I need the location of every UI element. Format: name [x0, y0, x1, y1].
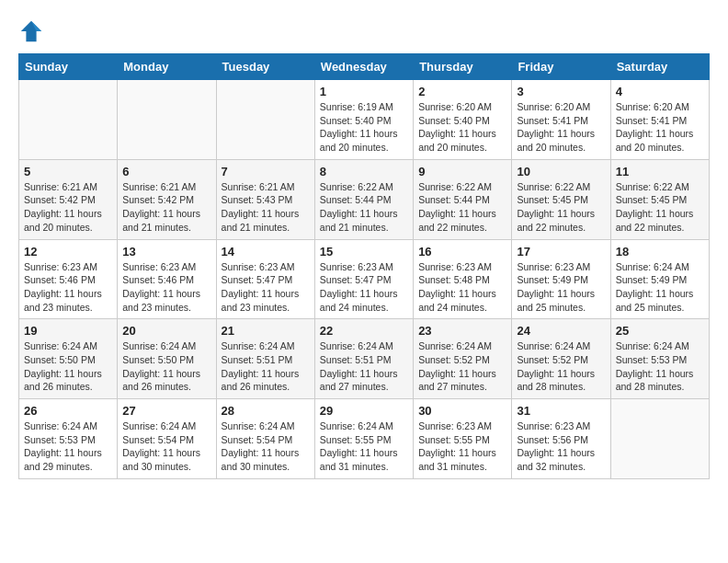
day-info: Sunrise: 6:23 AM Sunset: 5:48 PM Dayligh…	[418, 260, 506, 315]
day-info: Sunrise: 6:24 AM Sunset: 5:49 PM Dayligh…	[616, 260, 704, 315]
calendar-cell	[19, 80, 118, 160]
day-info: Sunrise: 6:24 AM Sunset: 5:52 PM Dayligh…	[418, 339, 506, 394]
calendar-cell: 28Sunrise: 6:24 AM Sunset: 5:54 PM Dayli…	[216, 399, 314, 479]
calendar-cell: 20Sunrise: 6:24 AM Sunset: 5:50 PM Dayli…	[118, 319, 216, 399]
day-info: Sunrise: 6:24 AM Sunset: 5:53 PM Dayligh…	[24, 419, 112, 474]
calendar-cell: 5Sunrise: 6:21 AM Sunset: 5:42 PM Daylig…	[19, 159, 118, 239]
day-number: 20	[122, 324, 210, 338]
calendar-cell: 8Sunrise: 6:22 AM Sunset: 5:44 PM Daylig…	[314, 159, 413, 239]
day-info: Sunrise: 6:20 AM Sunset: 5:41 PM Dayligh…	[517, 100, 605, 155]
day-number: 6	[122, 165, 210, 178]
calendar-cell: 19Sunrise: 6:24 AM Sunset: 5:50 PM Dayli…	[19, 319, 118, 399]
day-info: Sunrise: 6:22 AM Sunset: 5:45 PM Dayligh…	[517, 180, 605, 235]
day-number: 1	[320, 85, 408, 98]
day-info: Sunrise: 6:21 AM Sunset: 5:43 PM Dayligh…	[222, 180, 310, 235]
day-number: 2	[418, 85, 506, 98]
day-info: Sunrise: 6:22 AM Sunset: 5:45 PM Dayligh…	[616, 180, 704, 235]
day-number: 18	[616, 245, 704, 259]
day-number: 9	[418, 165, 506, 178]
day-number: 29	[320, 404, 408, 418]
day-number: 16	[418, 245, 506, 259]
day-info: Sunrise: 6:24 AM Sunset: 5:54 PM Dayligh…	[222, 419, 310, 474]
day-number: 8	[320, 165, 408, 178]
day-info: Sunrise: 6:23 AM Sunset: 5:47 PM Dayligh…	[320, 260, 408, 315]
calendar-cell: 7Sunrise: 6:21 AM Sunset: 5:43 PM Daylig…	[216, 159, 314, 239]
calendar-cell: 30Sunrise: 6:23 AM Sunset: 5:55 PM Dayli…	[414, 399, 512, 479]
calendar-week-row: 19Sunrise: 6:24 AM Sunset: 5:50 PM Dayli…	[19, 319, 710, 399]
day-number: 25	[616, 324, 704, 338]
day-info: Sunrise: 6:19 AM Sunset: 5:40 PM Dayligh…	[320, 100, 408, 155]
day-number: 26	[24, 404, 112, 418]
weekday-header: Wednesday	[314, 54, 413, 80]
calendar-cell: 13Sunrise: 6:23 AM Sunset: 5:46 PM Dayli…	[118, 239, 216, 319]
day-number: 22	[320, 324, 408, 338]
day-info: Sunrise: 6:21 AM Sunset: 5:42 PM Dayligh…	[24, 180, 112, 235]
day-info: Sunrise: 6:23 AM Sunset: 5:46 PM Dayligh…	[24, 260, 112, 315]
day-number: 13	[122, 245, 210, 259]
day-number: 3	[517, 85, 605, 98]
day-info: Sunrise: 6:22 AM Sunset: 5:44 PM Dayligh…	[418, 180, 506, 235]
day-number: 19	[24, 324, 112, 338]
calendar-cell: 6Sunrise: 6:21 AM Sunset: 5:42 PM Daylig…	[118, 159, 216, 239]
calendar-cell: 1Sunrise: 6:19 AM Sunset: 5:40 PM Daylig…	[314, 80, 413, 160]
day-info: Sunrise: 6:23 AM Sunset: 5:47 PM Dayligh…	[222, 260, 310, 315]
day-number: 5	[24, 165, 112, 178]
calendar-cell: 10Sunrise: 6:22 AM Sunset: 5:45 PM Dayli…	[512, 159, 610, 239]
weekday-header: Friday	[512, 54, 610, 80]
calendar-cell: 17Sunrise: 6:23 AM Sunset: 5:49 PM Dayli…	[512, 239, 610, 319]
calendar-week-row: 1Sunrise: 6:19 AM Sunset: 5:40 PM Daylig…	[19, 80, 710, 160]
calendar-week-row: 26Sunrise: 6:24 AM Sunset: 5:53 PM Dayli…	[19, 399, 710, 479]
logo	[18, 18, 48, 44]
day-number: 21	[222, 324, 310, 338]
day-info: Sunrise: 6:24 AM Sunset: 5:50 PM Dayligh…	[122, 339, 210, 394]
calendar-cell: 15Sunrise: 6:23 AM Sunset: 5:47 PM Dayli…	[314, 239, 413, 319]
day-info: Sunrise: 6:24 AM Sunset: 5:54 PM Dayligh…	[122, 419, 210, 474]
day-info: Sunrise: 6:23 AM Sunset: 5:56 PM Dayligh…	[517, 419, 605, 474]
calendar-cell: 21Sunrise: 6:24 AM Sunset: 5:51 PM Dayli…	[216, 319, 314, 399]
day-number: 23	[418, 324, 506, 338]
day-info: Sunrise: 6:23 AM Sunset: 5:46 PM Dayligh…	[122, 260, 210, 315]
weekday-header: Tuesday	[216, 54, 314, 80]
calendar-cell: 23Sunrise: 6:24 AM Sunset: 5:52 PM Dayli…	[414, 319, 512, 399]
day-info: Sunrise: 6:24 AM Sunset: 5:51 PM Dayligh…	[222, 339, 310, 394]
day-number: 10	[517, 165, 605, 178]
calendar-cell: 12Sunrise: 6:23 AM Sunset: 5:46 PM Dayli…	[19, 239, 118, 319]
day-info: Sunrise: 6:24 AM Sunset: 5:50 PM Dayligh…	[24, 339, 112, 394]
calendar-cell: 16Sunrise: 6:23 AM Sunset: 5:48 PM Dayli…	[414, 239, 512, 319]
day-info: Sunrise: 6:22 AM Sunset: 5:44 PM Dayligh…	[320, 180, 408, 235]
calendar-cell: 4Sunrise: 6:20 AM Sunset: 5:41 PM Daylig…	[610, 80, 709, 160]
calendar-cell: 9Sunrise: 6:22 AM Sunset: 5:44 PM Daylig…	[414, 159, 512, 239]
day-number: 14	[222, 245, 310, 259]
day-number: 31	[517, 404, 605, 418]
calendar-cell: 18Sunrise: 6:24 AM Sunset: 5:49 PM Dayli…	[610, 239, 709, 319]
calendar-week-row: 5Sunrise: 6:21 AM Sunset: 5:42 PM Daylig…	[19, 159, 710, 239]
calendar-cell	[216, 80, 314, 160]
day-number: 24	[517, 324, 605, 338]
calendar-cell: 3Sunrise: 6:20 AM Sunset: 5:41 PM Daylig…	[512, 80, 610, 160]
calendar-cell: 27Sunrise: 6:24 AM Sunset: 5:54 PM Dayli…	[118, 399, 216, 479]
day-info: Sunrise: 6:24 AM Sunset: 5:55 PM Dayligh…	[320, 419, 408, 474]
calendar-cell: 2Sunrise: 6:20 AM Sunset: 5:40 PM Daylig…	[414, 80, 512, 160]
calendar-week-row: 12Sunrise: 6:23 AM Sunset: 5:46 PM Dayli…	[19, 239, 710, 319]
calendar-cell: 31Sunrise: 6:23 AM Sunset: 5:56 PM Dayli…	[512, 399, 610, 479]
calendar-cell: 24Sunrise: 6:24 AM Sunset: 5:52 PM Dayli…	[512, 319, 610, 399]
day-number: 4	[616, 85, 704, 98]
logo-icon	[18, 18, 44, 44]
day-info: Sunrise: 6:24 AM Sunset: 5:53 PM Dayligh…	[616, 339, 704, 394]
day-number: 11	[616, 165, 704, 178]
day-info: Sunrise: 6:23 AM Sunset: 5:55 PM Dayligh…	[418, 419, 506, 474]
day-number: 17	[517, 245, 605, 259]
calendar-cell: 29Sunrise: 6:24 AM Sunset: 5:55 PM Dayli…	[314, 399, 413, 479]
calendar: SundayMondayTuesdayWednesdayThursdayFrid…	[18, 53, 710, 479]
weekday-header: Saturday	[610, 54, 709, 80]
day-info: Sunrise: 6:20 AM Sunset: 5:41 PM Dayligh…	[616, 100, 704, 155]
day-info: Sunrise: 6:21 AM Sunset: 5:42 PM Dayligh…	[122, 180, 210, 235]
weekday-header: Thursday	[414, 54, 512, 80]
calendar-cell: 11Sunrise: 6:22 AM Sunset: 5:45 PM Dayli…	[610, 159, 709, 239]
page: SundayMondayTuesdayWednesdayThursdayFrid…	[0, 0, 728, 488]
day-number: 27	[122, 404, 210, 418]
day-number: 12	[24, 245, 112, 259]
day-number: 28	[222, 404, 310, 418]
day-info: Sunrise: 6:23 AM Sunset: 5:49 PM Dayligh…	[517, 260, 605, 315]
calendar-cell: 25Sunrise: 6:24 AM Sunset: 5:53 PM Dayli…	[610, 319, 709, 399]
